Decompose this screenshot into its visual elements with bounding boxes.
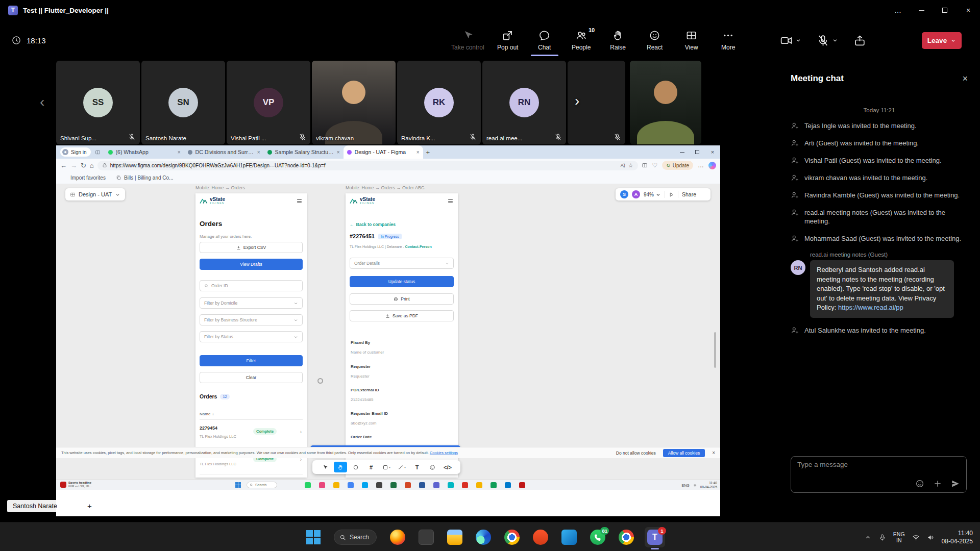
- print-button[interactable]: Print: [350, 293, 454, 305]
- chevron-down-icon[interactable]: [795, 37, 801, 43]
- browser-tab[interactable]: Design - UAT - Figma×: [344, 145, 423, 159]
- privacy-policy-link[interactable]: https://www.read.ai/pp: [838, 304, 903, 311]
- frame-tool-icon[interactable]: #: [364, 462, 378, 472]
- toolbar-chat-button[interactable]: Chat: [528, 20, 561, 60]
- shared-taskbar-app-icon[interactable]: [448, 482, 454, 488]
- toolbar-pop-out-button[interactable]: Pop out: [492, 20, 524, 60]
- deny-cookies-button[interactable]: Do not allow cookies: [616, 450, 656, 456]
- taskbar-app-teams[interactable]: T1: [647, 530, 663, 545]
- favorite-star-icon[interactable]: ☆: [628, 162, 633, 169]
- participant-tile[interactable]: RNread.ai mee...: [482, 61, 566, 144]
- participant-tile[interactable]: SNSantosh Narate: [141, 61, 225, 144]
- shared-taskbar-app-icon[interactable]: [376, 482, 382, 488]
- toolbar-people-button[interactable]: 10People: [565, 20, 598, 60]
- frame-label[interactable]: Mobile: Home → Orders → Order ABC: [346, 185, 425, 190]
- shared-taskbar-app-icon[interactable]: [519, 482, 525, 488]
- filter-select[interactable]: Filter by Business Structure: [200, 314, 303, 325]
- shared-taskbar-app-icon[interactable]: [476, 482, 482, 488]
- wifi-icon[interactable]: [912, 534, 920, 541]
- taskbar-app-app-dark[interactable]: [419, 530, 434, 545]
- participant-tile[interactable]: VPVishal Patil ...: [227, 61, 310, 144]
- volume-icon[interactable]: [927, 534, 935, 541]
- participant-tile-video[interactable]: [630, 61, 701, 144]
- share-button[interactable]: [853, 34, 866, 47]
- tab-close-icon[interactable]: ×: [257, 149, 260, 155]
- view-drafts-button[interactable]: View Drafts: [200, 259, 303, 270]
- home-button[interactable]: ⌂: [90, 162, 94, 169]
- shared-taskbar-app-icon[interactable]: [491, 482, 497, 488]
- toolbar-raise-button[interactable]: Raise: [602, 20, 634, 60]
- clock[interactable]: 11:40 08-04-2025: [700, 481, 717, 489]
- forward-button[interactable]: →: [70, 162, 77, 169]
- start-button[interactable]: [306, 530, 321, 544]
- participant-tile[interactable]: vikram chavan: [312, 61, 396, 144]
- shared-taskbar-app-icon[interactable]: [305, 482, 311, 488]
- shared-taskbar-app-icon[interactable]: [362, 482, 368, 488]
- taskbar-app-file-explorer[interactable]: [447, 530, 462, 545]
- connector-tool-icon[interactable]: ▾: [395, 462, 408, 472]
- filter-select[interactable]: Filter by Status: [200, 331, 303, 342]
- new-tab-button[interactable]: +: [426, 148, 430, 156]
- save-pdf-button[interactable]: Save as PDF: [350, 310, 454, 321]
- camera-button[interactable]: [780, 34, 801, 47]
- tab-actions-icon[interactable]: [95, 149, 101, 155]
- shared-taskbar-app-icon[interactable]: [433, 482, 439, 488]
- figma-share-button[interactable]: Share: [682, 191, 696, 197]
- shared-taskbar-app-icon[interactable]: [390, 482, 397, 488]
- window-more-button[interactable]: …: [886, 0, 910, 20]
- address-bar[interactable]: https://www.figma.com/design/9BKQ0FOHRWa…: [97, 161, 638, 170]
- hand-tool-icon[interactable]: [334, 462, 347, 472]
- code-tool-icon[interactable]: </>: [441, 462, 454, 472]
- chat-input-box[interactable]: [791, 456, 967, 493]
- chevron-down-icon[interactable]: [832, 37, 838, 43]
- browser-tab[interactable]: (6) WhatsApp×: [105, 145, 184, 159]
- zoom-control[interactable]: 94%: [644, 192, 661, 197]
- shared-taskbar-app-icon[interactable]: [348, 482, 354, 488]
- shared-taskbar-app-icon[interactable]: [462, 482, 468, 488]
- taskbar-search[interactable]: Search: [247, 482, 277, 488]
- attach-plus-icon[interactable]: [933, 479, 942, 488]
- leave-button[interactable]: Leave: [922, 32, 962, 49]
- menu-icon[interactable]: [296, 198, 303, 205]
- update-status-button[interactable]: Update status: [350, 276, 454, 287]
- order-id-input[interactable]: Order ID: [200, 280, 303, 291]
- browser-essentials-icon[interactable]: ♡: [652, 162, 658, 169]
- favorites-folder-item[interactable]: Bills | Billing and Co...: [116, 175, 174, 181]
- browser-tab[interactable]: Sample Salary Structure with cal...×: [264, 145, 344, 159]
- collaborator-avatar[interactable]: S: [620, 190, 628, 198]
- shared-taskbar-app-icon[interactable]: [419, 482, 425, 488]
- tray-chevron-icon[interactable]: [865, 534, 871, 541]
- copilot-icon[interactable]: [708, 162, 716, 169]
- name-column-header[interactable]: Name↓: [200, 412, 303, 420]
- gallery-next-button[interactable]: ›: [575, 93, 579, 109]
- text-tool-icon[interactable]: T: [410, 462, 424, 472]
- shared-taskbar-app-icon[interactable]: [505, 482, 511, 488]
- toolbar-react-button[interactable]: React: [639, 20, 671, 60]
- browser-profile-button[interactable]: ● Sign in: [60, 147, 91, 157]
- shared-taskbar-app-icon[interactable]: [405, 482, 411, 488]
- back-to-companies-link[interactable]: ←Back to companies: [350, 222, 396, 227]
- filter-select[interactable]: Filter by Domicile: [200, 297, 303, 309]
- taskbar-app-chrome-profile[interactable]: [619, 530, 634, 545]
- start-button[interactable]: [235, 482, 241, 488]
- tab-close-icon[interactable]: ×: [337, 149, 340, 155]
- order-details-select[interactable]: Order Details: [350, 258, 454, 269]
- participant-tile[interactable]: RKRavindra K...: [397, 61, 481, 144]
- taskbar-app-chrome[interactable]: [504, 530, 520, 545]
- browser-update-button[interactable]: ↻Update: [662, 161, 693, 170]
- read-aloud-icon[interactable]: A): [621, 163, 625, 168]
- taskbar-app-brave[interactable]: [533, 530, 548, 545]
- frame-label[interactable]: Mobile: Home → Orders: [195, 185, 245, 190]
- chevron-down-icon[interactable]: [115, 192, 120, 197]
- close-icon[interactable]: ×: [962, 73, 968, 84]
- window-maximize-button[interactable]: [933, 0, 957, 20]
- taskbar-app-edge[interactable]: [476, 530, 491, 545]
- shared-taskbar-app-icon[interactable]: [319, 482, 325, 488]
- allow-cookies-button[interactable]: Allow all cookies: [663, 449, 705, 457]
- browser-menu-icon[interactable]: …: [698, 162, 704, 169]
- menu-icon[interactable]: [447, 198, 454, 205]
- window-minimize-button[interactable]: [910, 0, 933, 20]
- send-icon[interactable]: [951, 479, 960, 488]
- toolbar-more-button[interactable]: More: [712, 20, 745, 60]
- figma-doc-pill[interactable]: Design - UAT: [65, 188, 125, 201]
